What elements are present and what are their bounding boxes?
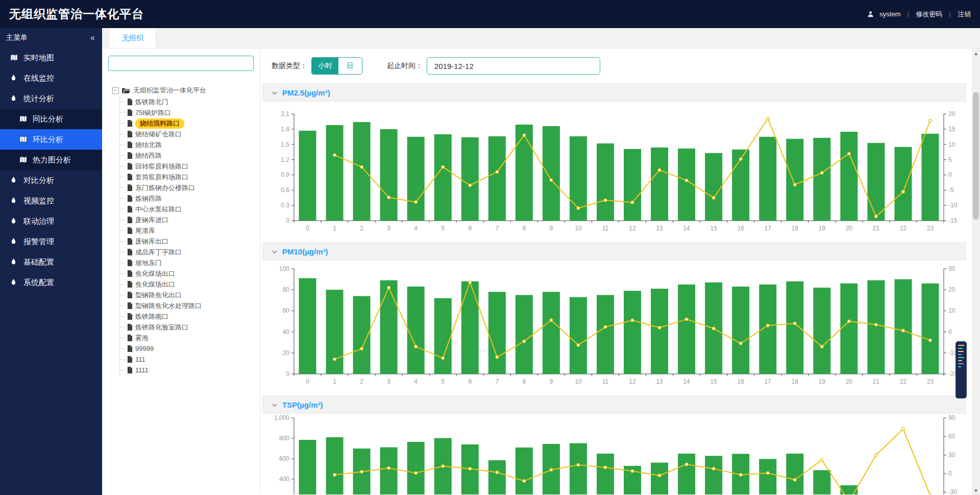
line-point-hour-8[interactable] bbox=[523, 134, 526, 137]
line-point-hour-4[interactable] bbox=[414, 345, 418, 348]
tree-node-16[interactable]: 焦化煤场出口 bbox=[120, 268, 254, 279]
line-point-hour-3[interactable] bbox=[387, 196, 390, 199]
line-point-hour-8[interactable] bbox=[523, 480, 526, 483]
bar-hour-7[interactable] bbox=[488, 460, 506, 494]
line-point-hour-6[interactable] bbox=[469, 184, 472, 187]
bar-hour-17[interactable] bbox=[759, 137, 776, 221]
bar-hour-5[interactable] bbox=[434, 298, 452, 374]
line-point-hour-5[interactable] bbox=[442, 166, 445, 169]
date-range-input[interactable] bbox=[427, 57, 600, 75]
tree-node-20[interactable]: 炼铁路南口 bbox=[120, 311, 254, 322]
sidebar-item-0[interactable]: 实时地图 bbox=[0, 48, 102, 68]
line-point-hour-3[interactable] bbox=[387, 466, 390, 469]
line-point-hour-7[interactable] bbox=[496, 471, 499, 474]
line-point-hour-9[interactable] bbox=[550, 319, 553, 322]
bar-hour-6[interactable] bbox=[461, 137, 479, 221]
sidebar-item-8[interactable]: 系统配置 bbox=[0, 272, 102, 293]
pm10-panel-header[interactable]: PM10(µg/m³) bbox=[262, 242, 966, 261]
bar-hour-18[interactable] bbox=[786, 454, 803, 494]
bar-hour-12[interactable] bbox=[624, 149, 641, 221]
tree-node-6[interactable]: 回转窑原料场路口 bbox=[120, 161, 254, 172]
bar-hour-13[interactable] bbox=[651, 289, 668, 374]
bar-hour-8[interactable] bbox=[516, 295, 533, 374]
line-point-hour-2[interactable] bbox=[360, 166, 363, 169]
line-point-hour-6[interactable] bbox=[469, 467, 472, 470]
tree-node-18[interactable]: 型钢路焦化出口 bbox=[120, 290, 254, 300]
line-point-hour-9[interactable] bbox=[550, 179, 553, 182]
tree-node-19[interactable]: 型钢路焦化水处理路口 bbox=[120, 300, 254, 311]
tree-node-8[interactable]: 东门炼钢办公楼路口 bbox=[120, 182, 254, 193]
sidebar-item-6[interactable]: 报警管理 bbox=[0, 231, 102, 252]
sidebar-subitem-2-2[interactable]: 热力图分析 bbox=[0, 150, 102, 170]
bar-hour-14[interactable] bbox=[678, 454, 695, 494]
tsp-panel-header[interactable]: TSP(µg/m³) bbox=[262, 395, 966, 414]
line-point-hour-14[interactable] bbox=[685, 179, 688, 182]
line-point-hour-10[interactable] bbox=[577, 463, 580, 466]
line-point-hour-16[interactable] bbox=[739, 342, 742, 345]
sidebar-item-1[interactable]: 在线监控 bbox=[0, 68, 102, 88]
bar-hour-19[interactable] bbox=[813, 288, 830, 374]
bar-hour-12[interactable] bbox=[624, 291, 641, 374]
tree-node-21[interactable]: 炼铁路化验室路口 bbox=[120, 322, 254, 333]
bar-hour-16[interactable] bbox=[732, 287, 749, 374]
line-point-hour-17[interactable] bbox=[766, 472, 769, 475]
line-point-hour-15[interactable] bbox=[712, 467, 715, 470]
scrollbar-up-arrow[interactable]: ▲ bbox=[972, 49, 980, 58]
line-point-hour-7[interactable] bbox=[496, 356, 499, 359]
tree-root[interactable]: − 无组织监管治一体化平台 bbox=[108, 84, 254, 97]
bar-hour-10[interactable] bbox=[570, 297, 587, 374]
bar-hour-23[interactable] bbox=[921, 284, 939, 374]
tree-node-11[interactable]: 废钢库进口 bbox=[120, 215, 254, 225]
tree-expander-icon[interactable]: − bbox=[112, 87, 119, 94]
bar-hour-13[interactable] bbox=[651, 148, 668, 221]
bar-hour-3[interactable] bbox=[380, 129, 398, 221]
line-point-hour-14[interactable] bbox=[685, 318, 688, 321]
line-point-hour-3[interactable] bbox=[387, 286, 390, 289]
line-point-hour-21[interactable] bbox=[875, 454, 878, 457]
line-point-hour-12[interactable] bbox=[631, 319, 634, 322]
bar-hour-6[interactable] bbox=[461, 281, 479, 374]
line-point-hour-22[interactable] bbox=[902, 428, 905, 431]
bar-hour-10[interactable] bbox=[570, 443, 587, 494]
pm25-panel-header[interactable]: PM2.5(µg/m³) bbox=[262, 83, 966, 102]
bar-hour-9[interactable] bbox=[543, 292, 560, 374]
bar-hour-1[interactable] bbox=[326, 290, 344, 374]
line-point-hour-1[interactable] bbox=[333, 474, 336, 477]
line-point-hour-19[interactable] bbox=[821, 171, 824, 174]
line-point-hour-17[interactable] bbox=[766, 324, 769, 327]
bar-hour-8[interactable] bbox=[516, 125, 533, 221]
line-point-hour-18[interactable] bbox=[793, 183, 796, 186]
line-point-hour-16[interactable] bbox=[739, 158, 742, 161]
line-point-hour-1[interactable] bbox=[333, 358, 336, 361]
bar-hour-20[interactable] bbox=[840, 284, 857, 374]
bar-hour-8[interactable] bbox=[516, 447, 533, 494]
line-point-hour-13[interactable] bbox=[658, 169, 661, 172]
bar-hour-0[interactable] bbox=[299, 440, 316, 494]
bar-hour-4[interactable] bbox=[407, 137, 425, 221]
tree-node-3[interactable]: 烧结储矿仓路口 bbox=[120, 129, 254, 139]
minimap-widget[interactable] bbox=[955, 341, 967, 398]
tree-node-10[interactable]: 中心水泵站路口 bbox=[120, 204, 254, 215]
line-point-hour-15[interactable] bbox=[712, 327, 715, 330]
bar-hour-18[interactable] bbox=[786, 281, 803, 374]
bar-hour-0[interactable] bbox=[299, 278, 316, 374]
bar-hour-20[interactable] bbox=[840, 132, 857, 221]
sidebar-subitem-2-0[interactable]: 同比分析 bbox=[0, 109, 102, 129]
page-scrollbar[interactable]: ▲ ▼ bbox=[972, 49, 980, 495]
bar-hour-4[interactable] bbox=[407, 287, 425, 374]
scrollbar-down-arrow[interactable]: ▼ bbox=[972, 486, 980, 495]
tree-node-25[interactable]: 1111 bbox=[120, 365, 254, 375]
sidebar-item-3[interactable]: 对比分析 bbox=[0, 170, 102, 191]
bar-hour-1[interactable] bbox=[326, 437, 344, 494]
line-point-hour-11[interactable] bbox=[604, 325, 607, 328]
line-point-hour-21[interactable] bbox=[875, 323, 878, 326]
line-point-hour-1[interactable] bbox=[333, 154, 336, 157]
bar-hour-20[interactable] bbox=[840, 485, 857, 494]
sidebar-collapse-button[interactable]: « bbox=[90, 33, 95, 42]
line-point-hour-18[interactable] bbox=[793, 322, 796, 325]
bar-hour-17[interactable] bbox=[759, 459, 776, 494]
line-point-hour-16[interactable] bbox=[739, 474, 742, 477]
bar-hour-7[interactable] bbox=[488, 136, 506, 221]
line-point-hour-11[interactable] bbox=[604, 199, 607, 202]
bar-hour-23[interactable] bbox=[921, 134, 939, 221]
